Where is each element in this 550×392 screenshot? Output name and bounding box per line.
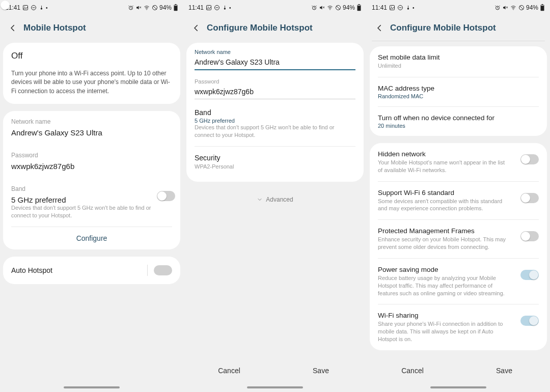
idle-value: 20 minutes [378,123,539,129]
psm-label: Power saving mode [378,266,539,273]
advanced-label: Advanced [266,196,293,203]
idle-row[interactable]: Turn off when no device connected for 20… [370,107,547,136]
security-row[interactable]: Security WPA2-Personal [186,147,364,178]
wifi6-toggle[interactable] [520,193,539,203]
minus-circle-icon [214,5,220,11]
dnd-icon [335,5,341,11]
band-label: Band [11,185,172,192]
pmf-row[interactable]: Protected Management Frames Enhance secu… [370,220,547,258]
pmf-toggle[interactable] [520,231,539,241]
wifishare-label: Wi-Fi sharing [378,312,539,319]
cancel-button[interactable]: Cancel [183,358,275,383]
bottom-bar: Cancel Save [183,358,367,383]
dot-icon: • [229,5,231,11]
page-title: Configure Mobile Hotspot [207,23,313,33]
svg-rect-24 [359,4,360,5]
svg-point-14 [208,7,209,8]
band-sub: Devices that don't support 5 GHz won't b… [11,204,172,219]
alarm-icon [128,5,134,11]
back-button[interactable] [7,22,18,34]
configure-form-card: Network name Andrew's Galaxy S23 Ultra P… [186,43,364,182]
configure-button[interactable]: Configure [3,227,180,249]
security-label: Security [195,154,355,162]
svg-rect-12 [174,5,177,6]
band-row[interactable]: Band 5 GHz preferred Devices that don't … [186,101,364,146]
wifishare-toggle[interactable] [520,316,539,326]
psm-toggle[interactable] [520,270,539,280]
battery-pct: 94% [159,4,172,11]
battery-icon [356,4,362,11]
network-name-row[interactable]: Network name Andrew's Galaxy S23 Ultra [3,111,180,144]
auto-hotspot-toggle[interactable] [154,265,172,275]
password-label: Password [195,78,355,85]
status-bar: 11:41 • 94% [367,0,550,15]
nav-bar [0,383,183,392]
mac-row[interactable]: MAC address type Randomized MAC [370,77,547,106]
data-limit-label: Set mobile data limit [378,53,539,61]
band-row[interactable]: Band 5 GHz preferred Devices that don't … [3,178,180,227]
battery-icon [540,4,545,11]
hidden-network-sub: Your Mobile Hotspot's name won't appear … [378,159,510,174]
network-name-value: Andrew's Galaxy S23 Ultra [11,128,172,137]
svg-rect-25 [358,5,361,6]
separator [147,265,148,276]
wifi-icon [510,5,517,11]
svg-rect-36 [541,5,544,11]
wifi6-label: Support Wi-Fi 6 standard [378,189,539,197]
alarm-icon [311,5,317,11]
wifishare-row[interactable]: Wi-Fi sharing Share your phone's Wi-Fi c… [370,304,547,350]
thermometer-icon [39,5,44,11]
network-name-input[interactable]: Andrew's Galaxy S23 Ultra [195,55,355,70]
nav-handle[interactable] [430,386,486,388]
battery-pct: 94% [343,4,355,11]
data-limit-row[interactable]: Set mobile data limit Unlimited [370,46,547,77]
password-field[interactable]: Password wxwpk6zjwz87g6b [186,72,364,101]
security-value: WPA2-Personal [195,163,355,171]
nav-handle[interactable] [64,386,120,388]
page-title: Mobile Hotspot [23,23,86,33]
battery-pct: 94% [526,4,538,11]
password-input[interactable]: wxwpk6zjwz87g6b [195,85,355,99]
minus-circle-icon [397,5,403,11]
psm-row[interactable]: Power saving mode Reduce battery usage b… [370,259,547,304]
auto-hotspot-label[interactable]: Auto Hotspot [11,266,52,274]
back-button[interactable] [190,22,202,34]
svg-rect-37 [542,4,543,5]
advanced-basic-card: Set mobile data limit Unlimited MAC addr… [370,46,547,136]
band-value: 5 GHz preferred [195,118,355,124]
svg-rect-38 [541,5,544,6]
nav-bar [367,383,550,392]
mute-icon [319,5,325,11]
dot-icon: • [413,5,415,11]
password-row[interactable]: Password wxwpk6zjwz87g6b [3,144,180,178]
hidden-network-toggle[interactable] [520,154,539,164]
mute-icon [135,5,142,11]
psm-sub: Reduce battery usage by analyzing your M… [378,274,510,297]
save-button[interactable]: Save [275,358,367,383]
svg-point-1 [24,7,25,8]
hidden-network-row[interactable]: Hidden network Your Mobile Hotspot's nam… [370,143,547,181]
image-icon [206,5,212,11]
divider [372,41,545,41]
band-value: 5 GHz preferred [11,195,172,204]
svg-line-35 [519,6,523,10]
save-button[interactable]: Save [458,358,550,383]
svg-line-9 [153,6,156,10]
screen-configure-hotspot-advanced: 11:41 • 94% Configure Mobile Hotspot [367,0,550,392]
dot-icon: • [46,5,48,11]
advanced-toggle[interactable]: Advanced [183,187,367,212]
cancel-button[interactable]: Cancel [367,358,458,383]
nav-handle[interactable] [247,386,303,388]
dnd-icon [518,5,525,11]
bottom-bar: Cancel Save [367,358,550,383]
back-button[interactable] [374,22,385,34]
wifi6-row[interactable]: Support Wi-Fi 6 standard Some devices ar… [370,182,547,220]
hotspot-state-label: Off [11,51,22,61]
mac-value: Randomized MAC [378,93,539,99]
wifi-icon [326,5,334,11]
screen-configure-hotspot: 11:41 • 94% Configure Mobile Hotspot [183,0,367,392]
pmf-label: Protected Management Frames [378,227,539,235]
dnd-icon [152,5,158,11]
svg-point-20 [329,9,330,10]
network-name-field[interactable]: Network name Andrew's Galaxy S23 Ultra [186,43,364,72]
